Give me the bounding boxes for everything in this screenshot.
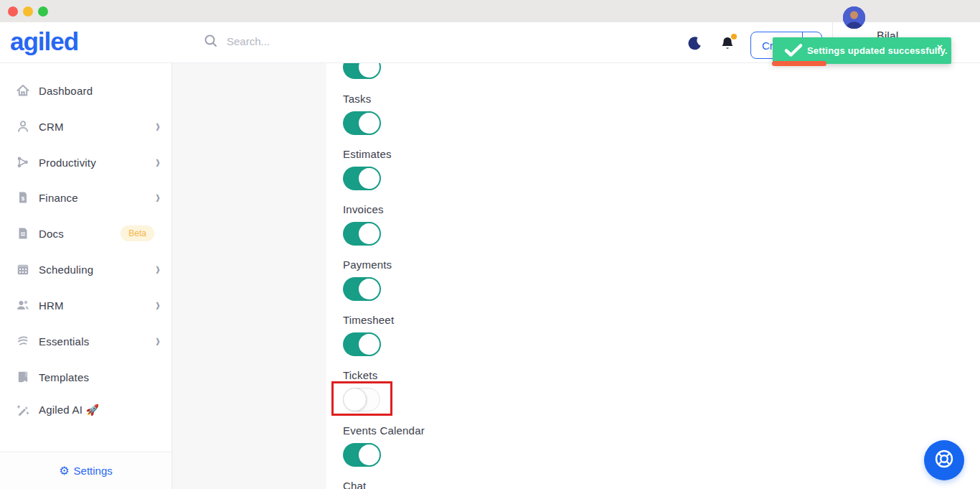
sidebar-item-label: Docs [39, 228, 64, 240]
app-window: agiled Create Bilal Settings updat [0, 0, 980, 489]
module-label-timesheet: Timesheet [343, 314, 394, 326]
close-window-button[interactable] [8, 6, 18, 17]
bell-icon[interactable] [720, 35, 737, 52]
beta-badge: Beta [121, 225, 154, 241]
sidebar-item-productivity[interactable]: Productivity› [0, 146, 171, 179]
settings-label: Settings [74, 465, 113, 477]
toggle-payments[interactable] [343, 277, 380, 301]
toggle-estimates[interactable] [343, 167, 380, 190]
toggle-knob [357, 222, 381, 246]
user-avatar[interactable] [843, 6, 865, 29]
module-label-invoices: Invoices [343, 203, 384, 215]
chevron-right-icon: › [156, 260, 160, 278]
agiled-logo[interactable]: agiled [10, 27, 78, 56]
sidebar-item-scheduling[interactable]: Scheduling› [0, 253, 171, 286]
svg-text:$: $ [22, 195, 25, 202]
toast-progress-bar [772, 61, 826, 66]
toggle-tickets[interactable] [343, 388, 380, 411]
toggle-knob [343, 388, 367, 411]
global-search [204, 34, 385, 48]
sidebar-item-label: Dashboard [39, 85, 93, 97]
sidebar-settings-button[interactable]: ⚙ Settings [0, 452, 171, 489]
toggle-knob [357, 167, 381, 190]
sidebar-item-essentials[interactable]: Essentials› [0, 325, 171, 358]
maximize-window-button[interactable] [38, 6, 48, 17]
module-label-estimates: Estimates [343, 148, 392, 160]
lifebuoy-icon [933, 448, 955, 472]
finance-doc-icon: $ [16, 190, 30, 205]
home-icon [16, 83, 30, 98]
sidebar-item-label: Agiled AI 🚀 [39, 404, 99, 416]
sidebar-item-docs[interactable]: DocsBeta [0, 217, 171, 250]
toggle-knob [357, 111, 381, 135]
sidebar-item-label: HRM [39, 299, 64, 312]
sidebar-item-label: CRM [39, 121, 64, 133]
chevron-right-icon: › [156, 296, 160, 314]
toggle-tasks[interactable] [343, 111, 380, 135]
search-icon [204, 34, 218, 48]
toast-success: Settings updated successfully. × [773, 37, 951, 64]
help-button[interactable] [924, 440, 964, 480]
module-label-tasks: Tasks [343, 93, 371, 105]
chevron-right-icon: › [156, 188, 160, 206]
sidebar-item-templates[interactable]: Templates [0, 360, 171, 393]
calendar-icon [16, 262, 30, 276]
module-label-payments: Payments [343, 259, 392, 271]
toggle-events-calendar[interactable] [343, 443, 380, 467]
chevron-right-icon: › [156, 117, 160, 135]
user-icon [16, 119, 30, 134]
toggle-knob [357, 277, 381, 301]
sidebar-item-label: Finance [39, 192, 78, 204]
gear-icon: ⚙ [59, 465, 69, 477]
toast-message: Settings updated successfully. [807, 45, 948, 56]
content-left-panel [172, 63, 326, 489]
main-content: TasksEstimatesInvoicesPaymentsTimesheetT… [172, 63, 980, 489]
document-icon [16, 226, 30, 241]
toggle-knob [357, 63, 381, 79]
minimize-window-button[interactable] [23, 6, 33, 17]
checkmark-icon [784, 43, 803, 60]
os-window-bar [0, 0, 980, 22]
toggle-partial[interactable] [343, 63, 380, 79]
search-input[interactable] [227, 35, 385, 47]
module-label-tickets: Tickets [343, 369, 377, 381]
layers-icon [16, 334, 30, 348]
sidebar-item-label: Scheduling [39, 264, 93, 276]
module-label-events-calendar: Events Calendar [343, 424, 425, 437]
chevron-right-icon: › [156, 332, 160, 350]
notification-badge [731, 34, 737, 39]
wand-icon [16, 403, 30, 417]
close-icon[interactable]: × [937, 42, 943, 53]
book-icon [16, 370, 30, 384]
branch-icon [16, 155, 30, 169]
sidebar-item-label: Essentials [39, 335, 89, 348]
toggle-knob [357, 443, 381, 467]
sidebar-item-label: Templates [39, 371, 89, 383]
sidebar-item-finance[interactable]: $Finance› [0, 181, 171, 214]
chevron-right-icon: › [156, 153, 160, 171]
sidebar-item-crm[interactable]: CRM› [0, 110, 171, 143]
toggle-knob [357, 332, 381, 356]
sidebar-item-label: Productivity [39, 157, 96, 169]
sidebar-item-agiled-ai[interactable]: Agiled AI 🚀 [0, 393, 171, 427]
people-icon [16, 298, 30, 312]
moon-icon[interactable] [687, 35, 704, 52]
sidebar-item-dashboard[interactable]: Dashboard [0, 74, 171, 107]
toggle-timesheet[interactable] [343, 332, 380, 356]
toggle-invoices[interactable] [343, 222, 380, 246]
sidebar-item-hrm[interactable]: HRM› [0, 289, 171, 322]
sidebar: DashboardCRM›Productivity›$Finance›DocsB… [0, 63, 172, 489]
module-label-chat: Chat [343, 480, 367, 489]
